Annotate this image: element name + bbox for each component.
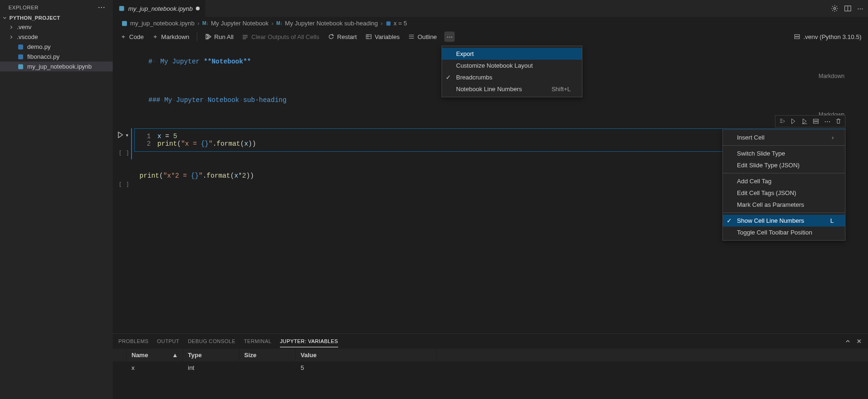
tab-bar: my_jup_notebook.ipynb ⋯ <box>113 0 868 17</box>
menu-item-customize-layout[interactable]: Customize Notebook Layout <box>442 60 582 71</box>
gear-icon[interactable] <box>831 5 838 12</box>
run-all-button[interactable]: Run All <box>204 32 234 41</box>
execution-count: [ ] <box>118 181 129 188</box>
add-code-button[interactable]: ＋ Code <box>119 31 145 42</box>
tree-item-demo[interactable]: demo.py <box>0 42 113 52</box>
more-icon[interactable]: ⋯ <box>857 5 863 12</box>
svg-rect-3 <box>119 6 124 11</box>
tab-label: my_jup_notebook.ipynb <box>128 5 193 12</box>
breadcrumb-h1: M↓ My Jupyter Notebook <box>202 20 269 27</box>
svg-rect-1 <box>18 54 23 59</box>
tab-terminal[interactable]: TERMINAL <box>244 336 271 347</box>
svg-rect-18 <box>795 35 800 37</box>
whitespace-dot-icon: · <box>152 58 156 65</box>
breadcrumb-file: my_jup_notebook.ipynb <box>121 20 194 27</box>
tab-problems[interactable]: PROBLEMS <box>118 336 148 347</box>
tab-output[interactable]: OUTPUT <box>157 336 179 347</box>
breadcrumb[interactable]: my_jup_notebook.ipynb › M↓ My Jupyter No… <box>113 17 868 30</box>
restart-button[interactable]: Restart <box>327 32 358 41</box>
restart-icon <box>328 33 334 40</box>
menu-item-export[interactable]: Export <box>442 48 582 60</box>
explorer-title: EXPLORER <box>8 5 39 10</box>
run-by-line-icon[interactable] <box>777 117 787 126</box>
notebook-toolbar: ＋ Code ＋ Markdown Run All Clear Outputs … <box>113 30 868 45</box>
whitespace-dot-icon: · <box>172 96 176 104</box>
run-cell-icon[interactable] <box>116 131 124 139</box>
execute-cell-icon[interactable] <box>789 117 798 126</box>
cell-language-label[interactable]: Markdown <box>134 110 846 118</box>
menu-item-edit-tags[interactable]: Edit Cell Tags (JSON) <box>723 187 845 199</box>
tree-item-vscode[interactable]: .vscode <box>0 32 113 42</box>
execute-above-icon[interactable] <box>800 117 809 126</box>
python-file-icon <box>17 54 24 60</box>
svg-rect-19 <box>795 37 800 39</box>
menu-item-add-tag[interactable]: Add Cell Tag <box>723 175 845 187</box>
kernel-picker[interactable]: .venv (Python 3.10.5) <box>794 33 861 40</box>
project-name: PYTHON_PROJECT <box>9 15 60 21</box>
variables-icon <box>365 33 372 40</box>
check-icon: ✓ <box>727 217 732 224</box>
menu-item-toggle-toolbar[interactable]: Toggle Cell Toolbar Position <box>723 227 845 238</box>
breadcrumb-h2: M↓ My Jupyter Notebook sub-heading <box>276 20 378 27</box>
more-icon: ⋯ <box>447 33 453 40</box>
menu-item-mark-params[interactable]: Mark Cell as Parameters <box>723 199 845 211</box>
python-file-icon <box>17 44 24 50</box>
server-icon <box>794 33 800 40</box>
delete-cell-icon[interactable] <box>834 117 843 126</box>
col-size[interactable]: Size <box>240 349 296 361</box>
svg-rect-2 <box>18 64 23 69</box>
project-root[interactable]: PYTHON_PROJECT <box>0 14 113 22</box>
split-editor-icon[interactable] <box>844 5 852 12</box>
svg-rect-0 <box>18 44 23 49</box>
svg-rect-9 <box>243 35 248 36</box>
notebook-file-icon <box>121 20 128 27</box>
col-type[interactable]: Type <box>183 349 240 361</box>
menu-item-switch-slide[interactable]: Switch Slide Type <box>723 148 845 159</box>
check-icon: ✓ <box>446 74 451 81</box>
notebook-file-icon <box>17 63 24 70</box>
add-markdown-button[interactable]: ＋ Markdown <box>151 31 190 42</box>
svg-rect-11 <box>243 39 246 39</box>
markdown-icon: M↓ <box>276 21 282 26</box>
tab-jupyter-variables[interactable]: JUPYTER: VARIABLES <box>280 336 338 347</box>
outline-button[interactable]: Outline <box>407 32 438 41</box>
col-name[interactable]: Name <box>132 352 148 359</box>
menu-item-show-line-numbers[interactable]: ✓ Show Cell Line Numbers L <box>723 215 845 227</box>
markdown-icon: M↓ <box>202 21 209 26</box>
python-icon <box>386 21 391 26</box>
tree-item-fibonacci[interactable]: fibonacci.py <box>0 52 113 62</box>
breadcrumb-code: x = 5 <box>386 20 407 27</box>
chevron-up-icon[interactable] <box>845 338 851 344</box>
split-cell-icon[interactable] <box>811 117 821 126</box>
clear-icon <box>242 33 248 40</box>
cell-more-button[interactable]: ⋯ <box>822 117 832 126</box>
svg-rect-7 <box>122 21 127 26</box>
dirty-indicator-icon <box>196 7 200 10</box>
explorer-more-icon[interactable]: ⋯ <box>96 3 108 12</box>
outline-icon <box>408 33 415 40</box>
plus-icon: ＋ <box>120 32 126 41</box>
bottom-panel: PROBLEMS OUTPUT DEBUG CONSOLE TERMINAL J… <box>113 333 868 399</box>
chevron-down-icon <box>2 15 8 21</box>
chevron-down-icon[interactable]: ▾ <box>126 133 128 138</box>
menu-item-breadcrumbs[interactable]: ✓ Breadcrumbs <box>442 71 582 83</box>
menu-item-line-numbers[interactable]: Notebook Line Numbers Shift+L <box>442 83 582 95</box>
plus-icon: ＋ <box>152 32 158 41</box>
sort-asc-icon[interactable]: ▲ <box>172 352 178 359</box>
toolbar-more-button[interactable]: ⋯ <box>444 31 455 42</box>
variables-button[interactable]: Variables <box>364 32 401 41</box>
clear-outputs-button[interactable]: Clear Outputs of All Cells <box>241 32 320 41</box>
code-cell[interactable]: ⋯ ▾ [ ] 1 x = 5 2 print("x = {}".format(… <box>134 128 864 159</box>
editor-tab[interactable]: my_jup_notebook.ipynb <box>113 0 206 17</box>
tree-item-notebook[interactable]: my_jup_notebook.ipynb <box>0 62 113 71</box>
close-icon[interactable] <box>856 338 862 344</box>
svg-rect-8 <box>386 21 390 25</box>
col-value[interactable]: Value <box>296 349 437 361</box>
play-all-icon <box>205 33 211 40</box>
tab-debug-console[interactable]: DEBUG CONSOLE <box>188 336 235 347</box>
menu-item-insert-cell[interactable]: Insert Cell › <box>723 132 845 143</box>
menu-item-edit-slide[interactable]: Edit Slide Type (JSON) <box>723 159 845 171</box>
variable-row[interactable]: x int 5 <box>113 361 868 374</box>
tree-item-venv[interactable]: .venv <box>0 22 113 32</box>
explorer-sidebar: EXPLORER ⋯ PYTHON_PROJECT .venv .vscode <box>0 0 113 399</box>
